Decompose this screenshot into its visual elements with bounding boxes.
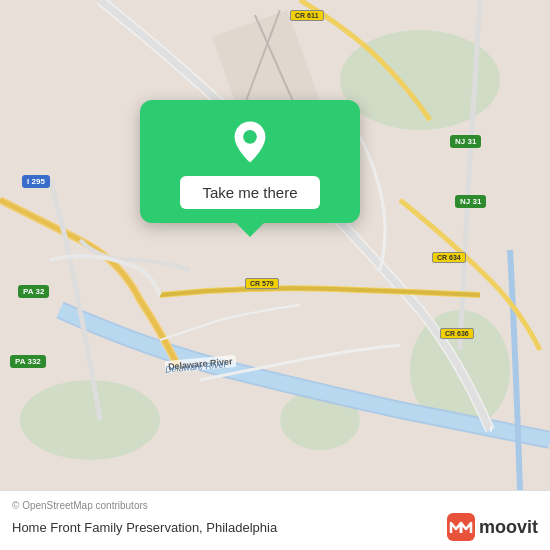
canal-label — [490, 426, 492, 432]
shield-nj31-2: NJ 31 — [455, 195, 486, 208]
shield-nj31-1: NJ 31 — [450, 135, 481, 148]
svg-point-2 — [20, 380, 160, 460]
shield-cr579: CR 579 — [245, 278, 279, 289]
moovit-brand-text: moovit — [479, 517, 538, 538]
moovit-icon — [447, 513, 475, 541]
shield-pa332: PA 332 — [10, 355, 46, 368]
take-me-there-button[interactable]: Take me there — [180, 176, 319, 209]
location-pin-icon — [226, 118, 274, 166]
shield-i295: I 295 — [22, 175, 50, 188]
navigation-popup: Take me there — [140, 100, 360, 223]
copyright-text: © OpenStreetMap contributors — [12, 500, 538, 511]
shield-cr636: CR 636 — [440, 328, 474, 339]
svg-point-8 — [243, 130, 257, 144]
moovit-logo: moovit — [447, 513, 538, 541]
location-name: Home Front Family Preservation, Philadel… — [12, 520, 277, 535]
shield-cr634: CR 634 — [432, 252, 466, 263]
shield-pa32: PA 32 — [18, 285, 49, 298]
shield-cr611: CR 611 — [290, 10, 324, 21]
map-view: Delaware River I 295 PA 32 PA 332 NJ 31 … — [0, 0, 550, 490]
bottom-info-bar: © OpenStreetMap contributors Home Front … — [0, 490, 550, 550]
